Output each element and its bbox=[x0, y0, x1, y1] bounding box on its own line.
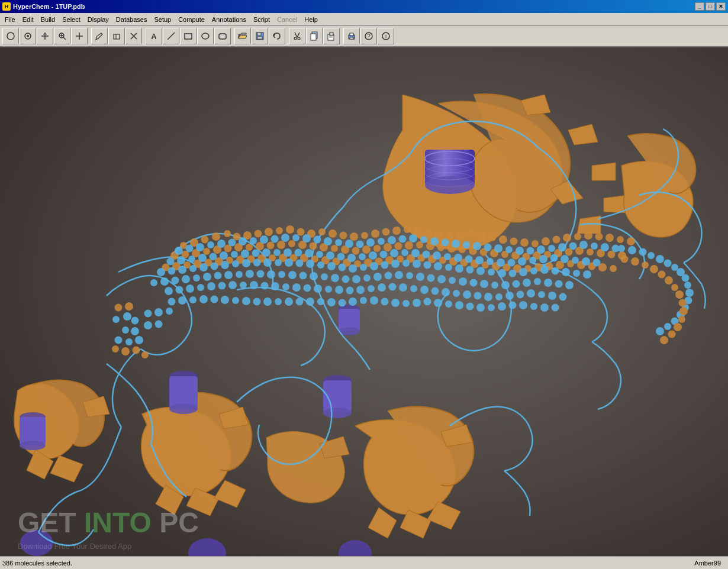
svg-point-112 bbox=[574, 233, 581, 240]
svg-point-414 bbox=[253, 298, 261, 306]
svg-point-419 bbox=[306, 298, 314, 306]
svg-point-372 bbox=[207, 282, 215, 290]
svg-point-463 bbox=[664, 323, 671, 330]
svg-point-357 bbox=[459, 277, 467, 286]
svg-point-444 bbox=[154, 308, 163, 316]
protein-structure: GET INTO PC Download Free Your Desired A… bbox=[0, 47, 728, 556]
window-controls[interactable]: _ □ ✕ bbox=[695, 2, 726, 11]
viewport[interactable]: GET INTO PC Download Free Your Desired A… bbox=[0, 47, 728, 556]
menu-cancel[interactable]: Cancel bbox=[273, 15, 301, 24]
svg-point-445 bbox=[166, 308, 173, 315]
minimize-button[interactable]: _ bbox=[695, 2, 704, 11]
svg-point-381 bbox=[304, 284, 311, 292]
draw-tool-button[interactable] bbox=[91, 28, 108, 44]
svg-point-492 bbox=[141, 351, 149, 358]
svg-point-325 bbox=[562, 268, 570, 276]
svg-point-213 bbox=[271, 235, 279, 243]
svg-point-299 bbox=[285, 258, 293, 267]
svg-point-483 bbox=[131, 327, 139, 335]
svg-point-251 bbox=[220, 251, 228, 260]
copy-button[interactable] bbox=[306, 28, 323, 44]
svg-point-205 bbox=[186, 245, 194, 253]
svg-point-109 bbox=[542, 237, 550, 245]
menu-edit[interactable]: Edit bbox=[19, 15, 37, 24]
svg-point-373 bbox=[218, 282, 226, 290]
svg-point-216 bbox=[302, 234, 311, 243]
svg-point-374 bbox=[228, 281, 237, 289]
svg-point-329 bbox=[160, 277, 169, 286]
svg-point-348 bbox=[363, 274, 371, 282]
svg-point-253 bbox=[241, 250, 249, 258]
cut-button[interactable] bbox=[289, 28, 305, 44]
svg-point-92 bbox=[361, 232, 368, 239]
menu-bar: File Edit Build Select Display Databases… bbox=[0, 13, 728, 26]
zoom-tool-button[interactable] bbox=[54, 28, 70, 44]
svg-point-106 bbox=[510, 238, 518, 245]
svg-point-391 bbox=[410, 285, 417, 292]
app-icon: H bbox=[2, 2, 11, 11]
move-tool-button[interactable] bbox=[125, 28, 142, 44]
circle-tool-button[interactable] bbox=[197, 28, 214, 44]
line-tool-button[interactable] bbox=[163, 28, 179, 44]
print-button[interactable] bbox=[343, 28, 360, 44]
menu-file[interactable]: File bbox=[1, 15, 19, 24]
svg-point-282 bbox=[550, 254, 558, 262]
svg-point-418 bbox=[296, 298, 304, 306]
svg-point-231 bbox=[463, 241, 470, 248]
menu-help[interactable]: Help bbox=[301, 15, 321, 24]
svg-point-18 bbox=[294, 37, 297, 40]
svg-point-102 bbox=[468, 230, 475, 238]
svg-point-65 bbox=[20, 441, 46, 450]
svg-point-365 bbox=[544, 279, 552, 287]
paste-button[interactable] bbox=[323, 28, 340, 44]
text-tool-button[interactable]: A bbox=[146, 28, 162, 44]
svg-point-267 bbox=[390, 249, 398, 257]
menu-annotations[interactable]: Annotations bbox=[208, 15, 250, 24]
toolbar: A ? i bbox=[0, 26, 728, 47]
svg-point-336 bbox=[236, 271, 243, 278]
svg-point-423 bbox=[349, 298, 357, 306]
maximize-button[interactable]: □ bbox=[706, 2, 715, 11]
undo-button[interactable] bbox=[269, 28, 285, 44]
svg-point-359 bbox=[480, 280, 488, 288]
svg-point-368 bbox=[165, 287, 173, 295]
svg-line-11 bbox=[167, 33, 175, 40]
svg-point-242 bbox=[579, 241, 588, 249]
svg-point-468 bbox=[650, 265, 658, 273]
svg-point-237 bbox=[527, 247, 534, 255]
menu-select[interactable]: Select bbox=[59, 15, 84, 24]
svg-point-323 bbox=[540, 266, 549, 274]
svg-point-13 bbox=[202, 33, 209, 39]
svg-point-138 bbox=[384, 243, 392, 251]
info-button[interactable]: i bbox=[378, 28, 394, 44]
rotate-tool-button[interactable] bbox=[20, 28, 36, 44]
close-button[interactable]: ✕ bbox=[716, 2, 726, 11]
svg-point-470 bbox=[665, 276, 673, 284]
svg-point-215 bbox=[292, 234, 299, 241]
menu-compute[interactable]: Compute bbox=[175, 15, 208, 24]
menu-script[interactable]: Script bbox=[250, 15, 273, 24]
save-button[interactable] bbox=[252, 28, 268, 44]
translate-tool-button[interactable] bbox=[37, 28, 53, 44]
svg-rect-16 bbox=[257, 33, 261, 35]
select-tool-button[interactable] bbox=[2, 28, 19, 44]
svg-point-333 bbox=[203, 273, 211, 281]
svg-point-364 bbox=[534, 278, 541, 285]
svg-point-304 bbox=[339, 264, 346, 271]
svg-point-367 bbox=[565, 281, 574, 289]
svg-point-286 bbox=[593, 259, 601, 267]
svg-point-100 bbox=[446, 233, 453, 240]
svg-point-247 bbox=[177, 256, 185, 264]
menu-display[interactable]: Display bbox=[84, 15, 112, 24]
menu-setup[interactable]: Setup bbox=[150, 15, 175, 24]
eraser-tool-button[interactable] bbox=[108, 28, 125, 44]
rect-tool-button[interactable] bbox=[180, 28, 197, 44]
roundrect-tool-button[interactable] bbox=[214, 28, 231, 44]
open-button[interactable] bbox=[234, 28, 251, 44]
svg-point-113 bbox=[584, 231, 592, 240]
crosshair-tool-button[interactable] bbox=[71, 28, 88, 44]
menu-build[interactable]: Build bbox=[37, 15, 59, 24]
svg-point-219 bbox=[335, 239, 342, 246]
help-button[interactable]: ? bbox=[360, 28, 377, 44]
menu-databases[interactable]: Databases bbox=[112, 15, 151, 24]
